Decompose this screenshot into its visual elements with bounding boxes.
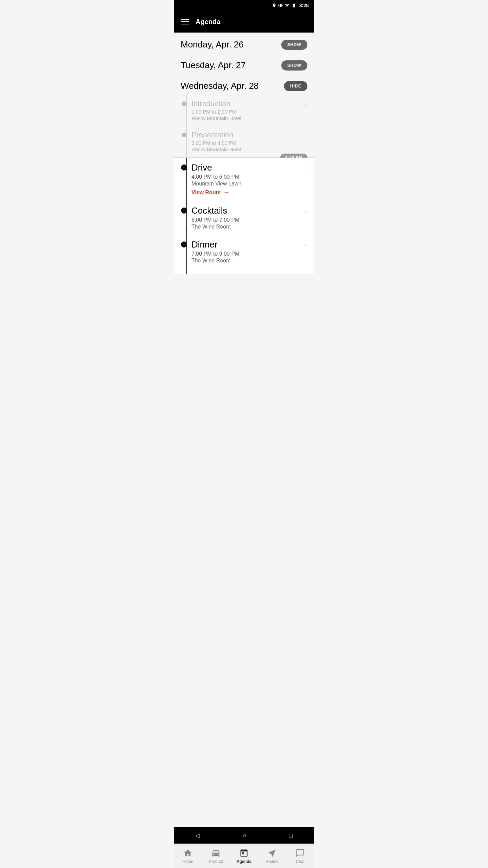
presentation-title: Presentation	[191, 131, 299, 139]
dinner-arrow: →	[299, 239, 307, 249]
event-drive[interactable]: Drive 4:00 PM to 6:00 PM Mountain View L…	[181, 158, 307, 201]
status-bar: 3:28	[174, 0, 314, 11]
cocktails-title: Cocktails	[191, 205, 299, 216]
battery-icon	[291, 3, 297, 8]
active-events-section: Drive 4:00 PM to 6:00 PM Mountain View L…	[174, 158, 314, 274]
presentation-dot	[182, 133, 186, 137]
cocktails-location: The Wine Room	[191, 224, 299, 230]
drive-body: Drive 4:00 PM to 6:00 PM Mountain View L…	[187, 162, 299, 196]
location-icon	[272, 3, 277, 8]
presentation-location: Rocky Mountain Hotel	[191, 146, 299, 152]
dinner-location: The Wine Room	[191, 258, 299, 264]
wednesday-label: Wednesday, Apr. 28	[181, 81, 259, 91]
introduction-title: Introduction	[191, 99, 299, 108]
introduction-arrow: →	[299, 99, 307, 108]
menu-button[interactable]	[181, 19, 189, 24]
drive-time: 4:00 PM to 6:00 PM	[191, 174, 299, 180]
past-events-section: Introduction 1:00 PM to 2:00 PM Rocky Mo…	[174, 95, 314, 157]
event-dinner[interactable]: Dinner 7:00 PM to 9:00 PM The Wine Room …	[181, 235, 307, 274]
drive-dot-col	[181, 162, 187, 171]
cocktails-dot-col	[181, 205, 187, 214]
view-route-text: View Route	[191, 190, 221, 196]
dinner-time: 7:00 PM to 9:00 PM	[191, 251, 299, 257]
presentation-body: Presentation 3:00 PM to 4:00 PM Rocky Mo…	[187, 131, 299, 152]
dinner-dot-col	[181, 239, 187, 248]
monday-show-button[interactable]: SHOW	[281, 40, 307, 50]
presentation-arrow: →	[299, 131, 307, 140]
introduction-dot	[182, 101, 186, 106]
signal-icon	[285, 3, 289, 8]
wednesday-hide-button[interactable]: HIDE	[284, 81, 307, 91]
status-icons	[272, 3, 297, 8]
tuesday-label: Tuesday, Apr. 27	[181, 60, 246, 71]
cocktails-time: 6:00 PM to 7:00 PM	[191, 217, 299, 223]
status-time: 3:28	[299, 3, 309, 8]
tuesday-show-button[interactable]: SHOW	[281, 60, 307, 71]
active-timeline: Drive 4:00 PM to 6:00 PM Mountain View L…	[174, 158, 314, 274]
introduction-body: Introduction 1:00 PM to 2:00 PM Rocky Mo…	[187, 99, 299, 121]
drive-arrow: →	[299, 162, 307, 172]
presentation-time: 3:00 PM to 4:00 PM	[191, 140, 299, 146]
day-tuesday: Tuesday, Apr. 27 SHOW	[174, 53, 314, 74]
day-wednesday: Wednesday, Apr. 28 HIDE	[174, 74, 314, 95]
dinner-title: Dinner	[191, 239, 299, 250]
event-cocktails[interactable]: Cocktails 6:00 PM to 7:00 PM The Wine Ro…	[181, 201, 307, 235]
main-content: Monday, Apr. 26 SHOW Tuesday, Apr. 27 SH…	[174, 33, 314, 301]
event-introduction[interactable]: Introduction 1:00 PM to 2:00 PM Rocky Mo…	[181, 95, 307, 126]
presentation-dot-col	[181, 131, 187, 137]
drive-dot	[181, 164, 187, 171]
app-header: Agenda	[174, 11, 314, 33]
cocktails-arrow: →	[299, 205, 307, 215]
introduction-time: 1:00 PM to 2:00 PM	[191, 109, 299, 115]
monday-label: Monday, Apr. 26	[181, 39, 244, 50]
dinner-body: Dinner 7:00 PM to 9:00 PM The Wine Room	[187, 239, 299, 264]
cocktails-dot	[181, 208, 187, 214]
day-monday: Monday, Apr. 26 SHOW	[174, 33, 314, 53]
page-title: Agenda	[196, 18, 220, 26]
event-presentation[interactable]: Presentation 3:00 PM to 4:00 PM Rocky Mo…	[181, 126, 307, 157]
vibrate-icon	[278, 3, 283, 8]
past-timeline: Introduction 1:00 PM to 2:00 PM Rocky Mo…	[174, 95, 314, 157]
dinner-dot	[181, 241, 187, 248]
cocktails-body: Cocktails 6:00 PM to 7:00 PM The Wine Ro…	[187, 205, 299, 230]
drive-title: Drive	[191, 162, 299, 173]
view-route-container[interactable]: View Route →	[191, 189, 299, 196]
introduction-dot-col	[181, 99, 187, 106]
view-route-arrow: →	[223, 189, 229, 196]
drive-location: Mountain View Lawn	[191, 181, 299, 187]
introduction-location: Rocky Mountain Hotel	[191, 115, 299, 121]
